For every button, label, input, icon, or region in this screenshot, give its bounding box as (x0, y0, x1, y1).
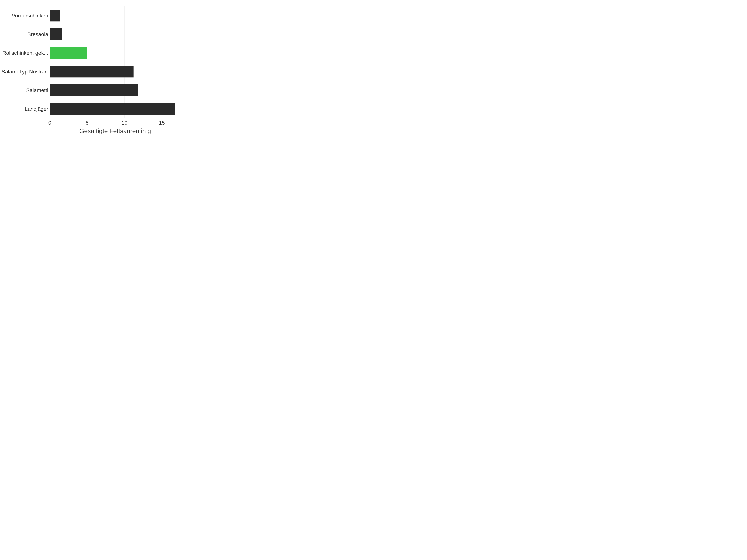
bar-row (50, 62, 181, 81)
x-tick-label: 0 (48, 120, 51, 126)
y-tick-label: Bresaola (2, 25, 48, 44)
y-tick-label: Salametti (2, 81, 48, 100)
plot-area (50, 6, 181, 118)
bar-rollschinken (50, 47, 87, 59)
bar-salametti (50, 84, 138, 96)
x-tick-label: 10 (122, 120, 127, 126)
y-tick-label: Salami Typ Nostrano (2, 62, 48, 81)
x-axis-labels: 0 5 10 15 (50, 120, 181, 128)
x-tick-label: 15 (159, 120, 165, 126)
y-tick-label: Vorderschinken (2, 6, 48, 25)
bar-salami-nostrano (50, 65, 133, 77)
bar-row (50, 25, 181, 44)
bar-row (50, 100, 181, 118)
x-axis-title: Gesättigte Fettsäuren in g (50, 128, 181, 135)
bar-row (50, 81, 181, 100)
bar-bresaola (50, 28, 62, 40)
bar-row (50, 6, 181, 25)
x-tick-label: 5 (86, 120, 89, 126)
bar-row (50, 44, 181, 62)
bar-landjaeger (50, 103, 175, 115)
bar-chart: Vorderschinken Bresaola Rollschinken, ge… (0, 0, 187, 140)
y-tick-label: Landjäger (2, 100, 48, 118)
bar-vorderschinken (50, 10, 60, 22)
y-tick-label: Rollschinken, gek... (2, 44, 48, 62)
y-axis-labels: Vorderschinken Bresaola Rollschinken, ge… (0, 6, 48, 118)
